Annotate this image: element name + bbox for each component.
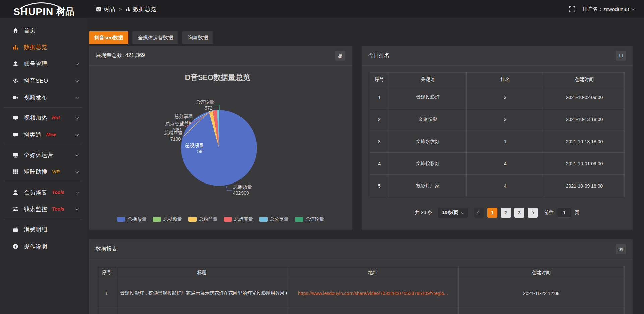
breadcrumb-root[interactable]: 树品: [104, 5, 115, 13]
table-row: 2文旅投影32021-10-13 18:00: [370, 108, 625, 130]
tools-badge: Tools: [52, 190, 64, 195]
sidebar-item-matrix-boost[interactable]: 矩阵助推 VIP: [0, 163, 87, 180]
legend-item-share[interactable]: 总分享量: [259, 216, 289, 222]
col-title: 标题: [116, 266, 287, 279]
panel-title: 今日排名: [368, 52, 390, 59]
vip-badge: VIP: [52, 169, 60, 174]
table-row: 5投影灯厂家42021-10-09 18:00: [370, 175, 625, 197]
legend-swatch: [188, 217, 197, 222]
table-row: [97, 307, 625, 314]
chevron-down-icon: [76, 116, 79, 119]
legend-item-comment[interactable]: 总评论量: [295, 216, 324, 222]
chevron-down-icon: [631, 7, 635, 10]
chevron-down-icon: [461, 211, 464, 214]
sidebar: 首页 数据总览 账号管理 抖音SEO 视频发布 视频加热 Hot: [0, 18, 87, 314]
sidebar-item-doukeTong[interactable]: 抖客通 New: [0, 126, 87, 143]
fullscreen-icon[interactable]: [569, 6, 575, 12]
tab-media-ops-data[interactable]: 全媒体运营数据: [132, 31, 178, 44]
legend-item-fans[interactable]: 总粉丝量: [188, 216, 218, 222]
prev-page-button[interactable]: [474, 208, 484, 218]
day-view-button[interactable]: 日: [616, 51, 626, 61]
data-tabs: 抖音seo数据 全媒体运营数据 询盘数据: [89, 31, 633, 44]
impressions-total: 展现量总数: 421,369: [96, 52, 145, 59]
goto-page-input[interactable]: 1: [557, 208, 571, 218]
sliders-icon: [13, 206, 18, 212]
svg-text:?: ?: [14, 245, 16, 248]
legend-item-likes[interactable]: 总点赞量: [224, 216, 253, 222]
sidebar-divider: [4, 107, 82, 108]
username-label: 用户名：: [583, 6, 603, 12]
report-table: 序号 标题 地址 创建时间 1 景观投影灯，夜游景观投影灯厂家展示展示落花灯在花…: [97, 266, 625, 314]
breadcrumb: 树品 > 数据总览: [96, 5, 156, 13]
chevron-down-icon: [76, 190, 79, 194]
chevron-right-icon: [531, 211, 534, 214]
label-comment-value: 572: [205, 105, 213, 111]
legend-item-play[interactable]: 总播放量: [117, 216, 147, 222]
label-fans-value: 7100: [170, 136, 181, 142]
sidebar-item-help[interactable]: ? 操作说明: [0, 238, 87, 255]
page-button-3[interactable]: 3: [514, 208, 524, 218]
video-url-link[interactable]: https://www.iesdouyin.com/share/video/70…: [298, 291, 448, 296]
next-page-button[interactable]: [528, 208, 538, 218]
chevron-left-icon: [477, 211, 481, 214]
sidebar-item-media-ops[interactable]: 全媒体运营: [0, 147, 87, 163]
panel-title: 数据报表: [96, 246, 117, 253]
label-likes: 总点赞量: [165, 121, 184, 126]
sidebar-item-douyin-seo[interactable]: 抖音SEO: [0, 72, 87, 89]
sidebar-item-account[interactable]: 账号管理: [0, 55, 87, 72]
label-fans: 总粉丝量: [164, 130, 183, 136]
new-badge: New: [46, 132, 56, 137]
tab-inquiry-data[interactable]: 询盘数据: [182, 31, 213, 44]
pagination-total: 共 23 条: [415, 210, 432, 216]
display-icon: [13, 115, 18, 121]
video-title-cell: 景观投影灯，夜游景观投影灯厂家展示展示落花灯在花园里的灯光投影应用效果 #: [116, 279, 287, 307]
tab-douyin-seo[interactable]: 抖音seo数据: [89, 31, 128, 44]
page-button-2[interactable]: 2: [501, 208, 511, 218]
seo-pie-chart: D音SEO数据量总览 总评论量: [89, 66, 352, 229]
sidebar-item-leads-monitor[interactable]: 线索监控 Tools: [0, 201, 87, 217]
label-play-value: 402909: [233, 190, 249, 196]
total-view-button[interactable]: 总: [335, 51, 345, 61]
leader-play: [226, 185, 232, 190]
label-video-value: 58: [197, 149, 202, 154]
label-share: 总分享量: [174, 114, 193, 119]
sidebar-item-home[interactable]: 首页: [0, 22, 87, 39]
table-header-row: 序号 关键词 排名 创建时间: [370, 73, 625, 86]
chart-legend: 总播放量 总视频量 总粉丝量 总点赞量 总分享量 总评论量: [89, 216, 352, 222]
col-url: 地址: [287, 266, 458, 279]
main-content: 抖音seo数据 全媒体运营数据 询盘数据 展现量总数: 421,369 总 D音…: [87, 18, 644, 314]
breadcrumb-current: 数据总览: [133, 5, 156, 13]
page-size-select[interactable]: 10条/页: [438, 208, 468, 218]
monitor-icon: [13, 152, 18, 158]
ranking-table: 序号 关键词 排名 创建时间 1景观投影灯32021-10-02 09:00 2…: [370, 72, 625, 197]
sidebar-item-video-heat[interactable]: 视频加热 Hot: [0, 109, 87, 126]
username-value: zswodun88: [603, 6, 629, 12]
table-view-button[interactable]: 表: [616, 244, 626, 254]
sidebar-item-data-overview[interactable]: 数据总览: [0, 39, 87, 55]
chevron-down-icon: [76, 207, 79, 210]
label-comment: 总评论量: [196, 99, 214, 105]
chevron-down-icon: [76, 95, 79, 99]
legend-item-video[interactable]: 总视频量: [153, 216, 182, 222]
legend-swatch: [295, 217, 303, 222]
user-icon: [13, 61, 18, 67]
user-icon: [13, 190, 18, 195]
page-button-1[interactable]: 1: [487, 208, 497, 218]
sidebar-item-member[interactable]: 会员爆客 Tools: [0, 184, 87, 201]
chart-title: D音SEO数据量总览: [185, 73, 250, 82]
legend-swatch: [259, 217, 268, 222]
top-header: SHUPIN 树品 树品 > 数据总览 用户名：zswodun88: [0, 0, 644, 18]
app-logo: SHUPIN 树品: [0, 0, 87, 18]
label-play: 总播放量: [233, 184, 252, 190]
sidebar-item-consumption[interactable]: 消费明细: [0, 221, 87, 238]
leader-comment: [215, 105, 220, 111]
table-header-row: 序号 标题 地址 创建时间: [97, 266, 625, 279]
col-index: 序号: [97, 266, 116, 279]
bar-chart-icon: [126, 7, 131, 12]
user-menu[interactable]: 用户名：zswodun88: [583, 6, 634, 12]
col-index: 序号: [370, 73, 389, 86]
label-video: 总视频量: [185, 143, 204, 148]
sidebar-item-video-publish[interactable]: 视频发布: [0, 89, 87, 106]
sidebar-divider: [4, 219, 82, 219]
table-row: 4文旅投影灯42021-10-01 09:00: [370, 153, 625, 175]
